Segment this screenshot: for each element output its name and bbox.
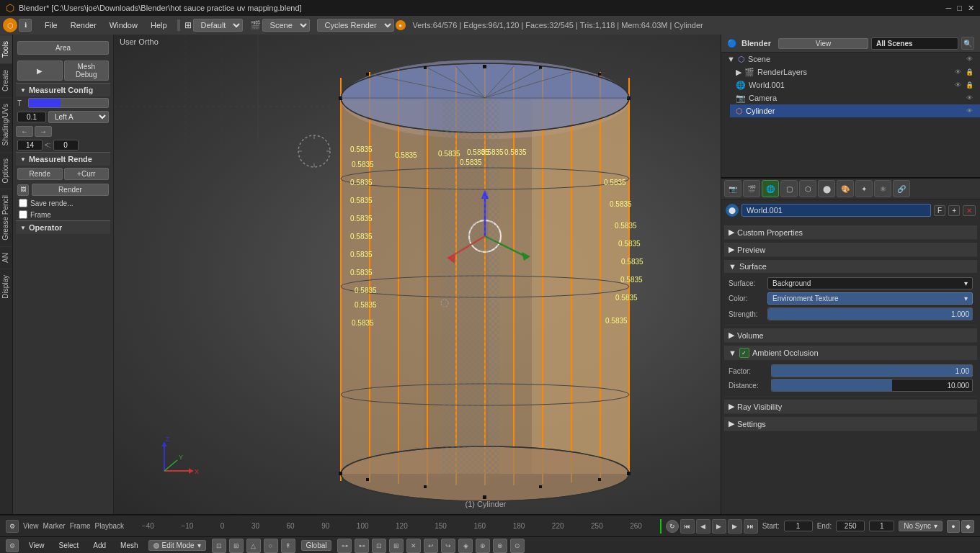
file-menu[interactable]: File [39,19,63,31]
prev-frame-btn[interactable]: ◀ [696,519,710,534]
ao-check[interactable]: ✓ [739,348,749,358]
particles-tab[interactable]: ✦ [855,180,873,197]
surface-header[interactable]: ▼ Surface [724,260,977,273]
operator-section[interactable]: ▼ Operator [16,220,110,234]
mesh-debug-button[interactable]: Mesh Debug [64,60,110,81]
engine-selector[interactable]: Cycles Render [317,19,394,32]
delete-world-btn[interactable]: ✕ [963,205,976,216]
outliner-cylinder[interactable]: ⬡ Cylinder 👁 [730,104,980,117]
record-btn[interactable]: ● [947,520,960,533]
value-input[interactable]: 0.1 [17,112,46,122]
settings-header[interactable]: ▶ Settings [724,417,977,431]
t2[interactable]: ⊷ [355,539,369,553]
scene-tab[interactable]: 🎬 [743,180,760,197]
material-tab[interactable]: ⬤ [818,180,835,197]
start-frame[interactable] [784,521,813,531]
world-lock[interactable]: 🔒 [964,80,974,90]
close-btn[interactable]: ✕ [968,4,974,13]
preview-header[interactable]: ▶ Preview [724,243,977,256]
shading-uvs-tab[interactable]: Shading/UVs [0,97,12,151]
render-small-btn[interactable]: Rende [17,168,63,180]
an-tab[interactable]: AN [0,246,12,269]
help-menu[interactable]: Help [145,19,173,31]
select-btn[interactable]: Select [55,541,84,550]
world-eye[interactable]: 👁 [953,80,963,90]
world-name-input[interactable]: World.001 [741,204,931,217]
search-icon[interactable]: 🔍 [961,37,974,50]
align-dropdown[interactable]: Left A [48,111,109,123]
t-slider[interactable] [28,98,109,108]
next-frame-btn[interactable]: ▶ [728,519,742,534]
t6[interactable]: ↩ [424,539,438,553]
color-value-display[interactable]: Environment Texture ▾ [767,292,973,305]
snap-vert-icon[interactable]: ⊡ [212,539,226,553]
outliner-scene-item[interactable]: ▼ ⬡ Scene 👁 [721,53,980,66]
physics-tab[interactable]: ⚛ [874,180,891,197]
render-main-button[interactable]: Render [32,184,109,196]
cam-eye[interactable]: 👁 [964,93,974,103]
custom-props-header[interactable]: ▶ Custom Properties [724,225,977,239]
render-menu[interactable]: Render [65,19,102,31]
rl-lock[interactable]: 🔒 [964,67,974,77]
object-tab[interactable]: ▢ [780,180,798,197]
view-btn2[interactable]: View [778,38,868,49]
curr-btn[interactable]: +Curr [64,168,110,180]
rl-eye[interactable]: 👁 [953,67,963,77]
scene-selector[interactable]: Scene [262,19,310,32]
measureit-render-section[interactable]: ▼ MeasureIt Rende [16,152,110,166]
strength-slider[interactable]: 1.000 [767,307,973,320]
t1[interactable]: ⊶ [337,539,352,553]
snap-edge-icon[interactable]: ⊞ [229,539,244,553]
frame-check[interactable] [19,210,27,219]
view-btn[interactable]: View [24,541,49,550]
t4[interactable]: ⊞ [389,539,404,553]
mesh-btn[interactable]: Mesh [116,541,142,550]
distance-slider[interactable]: 10.000 [771,379,973,392]
window-menu[interactable]: Window [104,19,143,31]
no-sync-selector[interactable]: No Sync ▾ [899,521,943,531]
increment-arrow[interactable]: → [35,126,52,137]
options-tab[interactable]: Options [0,152,12,189]
search-field[interactable]: All Scenes [871,37,958,50]
play-btn[interactable]: ▶ [712,519,726,534]
global-display[interactable]: Global [301,540,332,551]
grease-pencil-tab[interactable]: Grease Pencil [0,189,12,246]
skip-end-btn[interactable]: ⏭ [744,519,758,534]
info-icon[interactable]: ℹ [19,19,32,32]
display-tab[interactable]: Display [0,269,12,305]
ao-header[interactable]: ▼ ✓ Ambient Occlusion [724,346,977,360]
constraints-tab[interactable]: 🔗 [893,180,910,197]
maximize-btn[interactable]: □ [957,4,962,13]
snap-face-icon[interactable]: △ [246,539,261,553]
t3[interactable]: ⊡ [372,539,386,553]
t9[interactable]: ⊕ [476,539,490,553]
t7[interactable]: ↪ [441,539,455,553]
mode-display[interactable]: Edit Mode ▾ [148,540,206,551]
mesh-tab[interactable]: ⬡ [799,180,816,197]
measureit-config-section[interactable]: ▼ MeasureIt Config [16,83,110,96]
add-btn[interactable]: Add [89,541,110,550]
t11[interactable]: ⊙ [510,539,525,553]
vis-eye[interactable]: 👁 [964,54,974,64]
save-render-check[interactable] [19,199,27,207]
sync-btn[interactable]: ↻ [666,520,679,533]
volume-header[interactable]: ▶ Volume [724,328,977,342]
cyl-eye[interactable]: 👁 [964,106,974,116]
decrement-arrow[interactable]: ← [16,126,33,137]
f-btn[interactable]: F [934,205,945,216]
key-btn[interactable]: ◆ [961,520,974,533]
add-world-btn[interactable]: + [948,205,960,216]
outliner-camera[interactable]: 📷 Camera 👁 [730,91,980,104]
minimize-btn[interactable]: ─ [946,4,952,13]
proportional-icon[interactable]: ○ [264,539,278,553]
factor-slider[interactable]: 1.00 [771,364,973,377]
outliner-renderlayers[interactable]: ▶ 🎬 RenderLayers 👁 🔒 [730,66,980,78]
stepper-left[interactable]: 14 [17,140,43,150]
texture-tab[interactable]: 🎨 [837,180,854,197]
render-tab[interactable]: 📷 [724,180,741,197]
end-frame[interactable] [836,521,865,531]
area-button[interactable]: Area [17,41,109,55]
mode-selector[interactable]: Default [193,19,243,32]
tools-tab[interactable]: Tools [0,35,12,63]
t5[interactable]: ✕ [406,539,421,553]
